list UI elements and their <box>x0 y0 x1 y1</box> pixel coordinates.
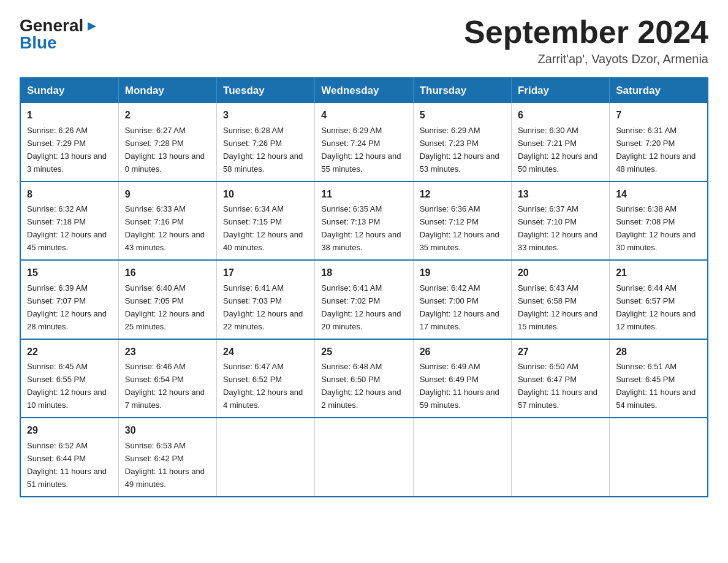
calendar-cell: 10Sunrise: 6:34 AMSunset: 7:15 PMDayligh… <box>217 182 315 260</box>
day-info: Sunrise: 6:44 AMSunset: 6:57 PMDaylight:… <box>616 283 696 331</box>
logo: General Blue <box>20 17 99 52</box>
calendar-cell: 15Sunrise: 6:39 AMSunset: 7:07 PMDayligh… <box>20 260 118 339</box>
calendar-cell: 2Sunrise: 6:27 AMSunset: 7:28 PMDaylight… <box>118 103 216 181</box>
calendar-cell: 8Sunrise: 6:32 AMSunset: 7:18 PMDaylight… <box>20 182 118 260</box>
day-info: Sunrise: 6:33 AMSunset: 7:16 PMDaylight:… <box>125 204 205 252</box>
weekday-header-wednesday: Wednesday <box>315 78 413 103</box>
calendar-cell <box>315 418 413 496</box>
calendar-week-row: 29Sunrise: 6:52 AMSunset: 6:44 PMDayligh… <box>20 418 708 496</box>
weekday-header-sunday: Sunday <box>20 78 118 103</box>
calendar-cell: 16Sunrise: 6:40 AMSunset: 7:05 PMDayligh… <box>118 260 216 339</box>
day-number: 25 <box>321 345 406 360</box>
day-info: Sunrise: 6:32 AMSunset: 7:18 PMDaylight:… <box>27 204 107 252</box>
calendar-cell <box>511 418 609 496</box>
day-info: Sunrise: 6:36 AMSunset: 7:12 PMDaylight:… <box>420 204 499 252</box>
calendar-week-row: 22Sunrise: 6:45 AMSunset: 6:55 PMDayligh… <box>20 339 708 418</box>
calendar-cell: 21Sunrise: 6:44 AMSunset: 6:57 PMDayligh… <box>610 260 708 339</box>
calendar-cell: 23Sunrise: 6:46 AMSunset: 6:54 PMDayligh… <box>118 339 216 418</box>
calendar-cell: 27Sunrise: 6:50 AMSunset: 6:47 PMDayligh… <box>511 339 609 418</box>
calendar-cell: 13Sunrise: 6:37 AMSunset: 7:10 PMDayligh… <box>511 182 609 260</box>
day-number: 22 <box>27 345 112 360</box>
logo-blue: Blue <box>20 34 57 52</box>
day-info: Sunrise: 6:47 AMSunset: 6:52 PMDaylight:… <box>223 362 303 410</box>
calendar-cell: 5Sunrise: 6:29 AMSunset: 7:23 PMDaylight… <box>413 103 511 181</box>
calendar-cell: 9Sunrise: 6:33 AMSunset: 7:16 PMDaylight… <box>118 182 216 260</box>
calendar-cell: 17Sunrise: 6:41 AMSunset: 7:03 PMDayligh… <box>217 260 315 339</box>
day-info: Sunrise: 6:38 AMSunset: 7:08 PMDaylight:… <box>616 204 696 252</box>
day-info: Sunrise: 6:46 AMSunset: 6:54 PMDaylight:… <box>125 362 205 410</box>
day-number: 30 <box>125 423 210 439</box>
calendar-cell: 24Sunrise: 6:47 AMSunset: 6:52 PMDayligh… <box>217 339 315 418</box>
day-info: Sunrise: 6:50 AMSunset: 6:47 PMDaylight:… <box>518 362 597 410</box>
day-number: 11 <box>321 187 406 202</box>
weekday-header-thursday: Thursday <box>413 78 511 103</box>
day-number: 3 <box>223 108 308 123</box>
weekday-header-row: SundayMondayTuesdayWednesdayThursdayFrid… <box>20 78 708 103</box>
day-number: 10 <box>223 187 308 202</box>
title-block: September 2024 Zarrit'ap', Vayots Dzor, … <box>464 15 708 66</box>
calendar-cell: 1Sunrise: 6:26 AMSunset: 7:29 PMDaylight… <box>20 103 118 181</box>
svg-marker-0 <box>88 22 96 31</box>
weekday-header-monday: Monday <box>118 78 216 103</box>
day-info: Sunrise: 6:49 AMSunset: 6:49 PMDaylight:… <box>420 362 499 410</box>
day-info: Sunrise: 6:43 AMSunset: 6:58 PMDaylight:… <box>518 283 597 331</box>
calendar-cell: 28Sunrise: 6:51 AMSunset: 6:45 PMDayligh… <box>610 339 708 418</box>
day-number: 21 <box>616 266 701 281</box>
month-year-title: September 2024 <box>464 15 708 50</box>
day-info: Sunrise: 6:29 AMSunset: 7:24 PMDaylight:… <box>321 126 401 174</box>
calendar-table: SundayMondayTuesdayWednesdayThursdayFrid… <box>20 77 708 497</box>
day-info: Sunrise: 6:30 AMSunset: 7:21 PMDaylight:… <box>518 126 597 174</box>
calendar-week-row: 8Sunrise: 6:32 AMSunset: 7:18 PMDaylight… <box>20 182 708 260</box>
day-number: 29 <box>27 423 112 439</box>
calendar-week-row: 15Sunrise: 6:39 AMSunset: 7:07 PMDayligh… <box>20 260 708 339</box>
calendar-cell: 20Sunrise: 6:43 AMSunset: 6:58 PMDayligh… <box>511 260 609 339</box>
calendar-cell: 19Sunrise: 6:42 AMSunset: 7:00 PMDayligh… <box>413 260 511 339</box>
calendar-cell: 12Sunrise: 6:36 AMSunset: 7:12 PMDayligh… <box>413 182 511 260</box>
calendar-cell: 3Sunrise: 6:28 AMSunset: 7:26 PMDaylight… <box>217 103 315 181</box>
day-number: 13 <box>518 187 603 202</box>
day-number: 12 <box>420 187 505 202</box>
calendar-cell: 25Sunrise: 6:48 AMSunset: 6:50 PMDayligh… <box>315 339 413 418</box>
day-info: Sunrise: 6:27 AMSunset: 7:28 PMDaylight:… <box>125 126 205 174</box>
day-number: 16 <box>125 266 210 281</box>
day-number: 1 <box>27 108 112 123</box>
day-info: Sunrise: 6:41 AMSunset: 7:02 PMDaylight:… <box>321 283 401 331</box>
day-info: Sunrise: 6:26 AMSunset: 7:29 PMDaylight:… <box>27 126 107 174</box>
calendar-cell: 26Sunrise: 6:49 AMSunset: 6:49 PMDayligh… <box>413 339 511 418</box>
calendar-week-row: 1Sunrise: 6:26 AMSunset: 7:29 PMDaylight… <box>20 103 708 181</box>
day-number: 19 <box>420 266 505 281</box>
day-number: 7 <box>616 108 701 123</box>
day-number: 23 <box>125 345 210 360</box>
calendar-cell: 7Sunrise: 6:31 AMSunset: 7:20 PMDaylight… <box>610 103 708 181</box>
day-info: Sunrise: 6:39 AMSunset: 7:07 PMDaylight:… <box>27 283 107 331</box>
day-number: 26 <box>420 345 505 360</box>
day-number: 6 <box>518 108 603 123</box>
day-info: Sunrise: 6:31 AMSunset: 7:20 PMDaylight:… <box>616 126 696 174</box>
day-info: Sunrise: 6:35 AMSunset: 7:13 PMDaylight:… <box>321 204 401 252</box>
day-number: 20 <box>518 266 603 281</box>
day-number: 24 <box>223 345 308 360</box>
calendar-cell: 29Sunrise: 6:52 AMSunset: 6:44 PMDayligh… <box>20 418 118 496</box>
calendar-cell <box>413 418 511 496</box>
calendar-cell <box>217 418 315 496</box>
day-number: 9 <box>125 187 210 202</box>
day-info: Sunrise: 6:53 AMSunset: 6:42 PMDaylight:… <box>125 441 205 489</box>
day-info: Sunrise: 6:40 AMSunset: 7:05 PMDaylight:… <box>125 283 205 331</box>
logo-triangle-icon <box>85 20 99 33</box>
page-header: General Blue September 2024 Zarrit'ap', … <box>20 15 708 66</box>
day-info: Sunrise: 6:42 AMSunset: 7:00 PMDaylight:… <box>420 283 499 331</box>
day-info: Sunrise: 6:37 AMSunset: 7:10 PMDaylight:… <box>518 204 597 252</box>
weekday-header-saturday: Saturday <box>610 78 708 103</box>
day-number: 2 <box>125 108 210 123</box>
calendar-cell: 30Sunrise: 6:53 AMSunset: 6:42 PMDayligh… <box>118 418 216 496</box>
day-info: Sunrise: 6:41 AMSunset: 7:03 PMDaylight:… <box>223 283 303 331</box>
day-number: 14 <box>616 187 701 202</box>
day-number: 18 <box>321 266 406 281</box>
day-info: Sunrise: 6:34 AMSunset: 7:15 PMDaylight:… <box>223 204 303 252</box>
day-number: 15 <box>27 266 112 281</box>
day-number: 4 <box>321 108 406 123</box>
day-info: Sunrise: 6:45 AMSunset: 6:55 PMDaylight:… <box>27 362 107 410</box>
calendar-cell: 22Sunrise: 6:45 AMSunset: 6:55 PMDayligh… <box>20 339 118 418</box>
calendar-cell: 6Sunrise: 6:30 AMSunset: 7:21 PMDaylight… <box>511 103 609 181</box>
day-number: 28 <box>616 345 701 360</box>
